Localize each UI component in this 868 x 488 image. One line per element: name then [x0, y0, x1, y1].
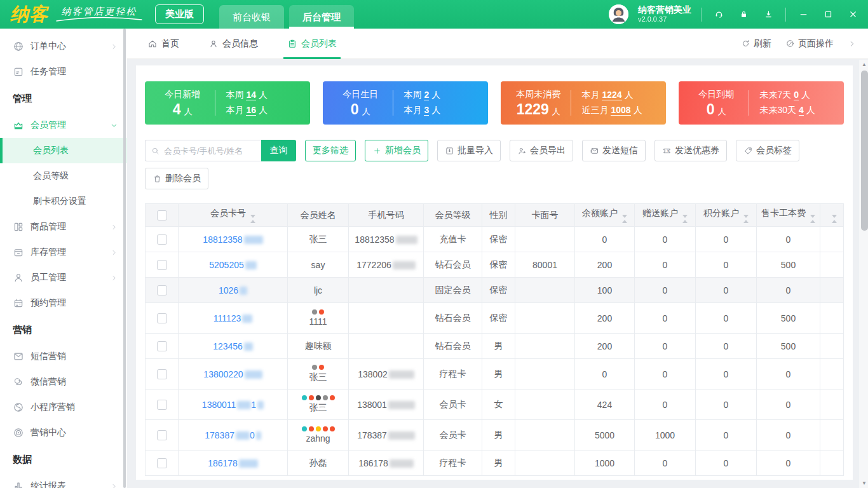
member-list-panel: 今日新增 4人 本周14人 本月16人 今日生日 0人 本周2人 本月3人 本周…	[136, 65, 853, 480]
sort-arrows-icon[interactable]	[250, 215, 255, 223]
phone-cell	[349, 334, 424, 359]
stat-line-value[interactable]: 4	[799, 105, 804, 116]
sidebar-item[interactable]: 库存管理	[0, 240, 127, 265]
stat-line-value[interactable]: 14	[246, 90, 256, 100]
member-card-link[interactable]: 123456	[213, 341, 253, 351]
phone-cell: 18812358	[349, 227, 424, 252]
column-header[interactable]: 售卡工本费	[757, 204, 820, 227]
批量导入-button[interactable]: 批量导入	[437, 140, 501, 161]
member-card-link[interactable]: 1026	[219, 285, 247, 295]
sidebar-item[interactable]: 营销中心	[0, 420, 127, 445]
sidebar-subitem[interactable]: 会员等级	[0, 163, 127, 189]
chevron-right-icon[interactable]	[848, 39, 857, 48]
sort-arrows-icon[interactable]	[743, 215, 749, 223]
新增会员-button[interactable]: 新增会员	[365, 140, 428, 161]
stat-line-value[interactable]: 3	[424, 105, 429, 116]
top-nav-tab[interactable]: 后台管理	[289, 5, 354, 29]
sidebar-item[interactable]: 统计报表	[0, 473, 127, 488]
row-checkbox[interactable]	[157, 369, 167, 379]
sidebar-item[interactable]: 订单中心	[0, 34, 127, 59]
page-ops-button[interactable]: 页面操作	[785, 38, 834, 50]
scrollbar-thumb[interactable]	[861, 71, 868, 231]
删除会员-button[interactable]: 删除会员	[145, 168, 208, 189]
extra-cell	[820, 278, 844, 303]
sidebar-item[interactable]: 商品管理	[0, 214, 127, 240]
sort-arrows-icon[interactable]	[622, 215, 627, 223]
row-checkbox[interactable]	[157, 458, 167, 468]
sort-arrows-icon[interactable]	[810, 215, 815, 223]
stat-line-value[interactable]: 2	[424, 90, 429, 100]
stat-line-value[interactable]: 16	[246, 105, 256, 116]
top-nav-tab[interactable]: 前台收银	[219, 5, 284, 29]
row-checkbox[interactable]	[157, 430, 167, 440]
refresh-icon	[741, 39, 750, 48]
sidebar-scrollbar[interactable]	[123, 29, 126, 488]
stat-line-value[interactable]: 0	[794, 90, 799, 100]
sidebar: 订单中心任务管理管理会员管理会员列表会员等级刷卡积分设置商品管理库存管理员工管理…	[0, 29, 127, 488]
support-button[interactable]	[711, 7, 726, 22]
points-cell: 0	[696, 252, 757, 278]
edition-button[interactable]: 美业版	[155, 4, 204, 24]
sidebar-item[interactable]: 预约管理	[0, 290, 127, 316]
sidebar-item[interactable]: 短信营销	[0, 344, 127, 369]
row-checkbox[interactable]	[157, 260, 167, 270]
sidebar-item[interactable]: 任务管理	[0, 59, 127, 85]
avatar[interactable]	[609, 4, 628, 24]
stat-line-value[interactable]: 1224	[602, 90, 621, 100]
minimize-button[interactable]	[796, 7, 811, 22]
sidebar-subitem[interactable]: 刷卡积分设置	[0, 189, 127, 214]
row-checkbox[interactable]	[157, 285, 167, 295]
main-area: 首页会员信息会员列表 刷新 页面操作 今日新增 4人	[127, 29, 868, 488]
会员标签-button[interactable]: 会员标签	[736, 140, 799, 161]
page-tab[interactable]: 会员列表	[287, 29, 337, 59]
member-card-link[interactable]: 13800111	[202, 400, 264, 410]
member-card-link[interactable]: 186178	[208, 458, 258, 468]
member-tags	[288, 395, 348, 400]
points-cell: 0	[696, 227, 757, 252]
maximize-button[interactable]	[820, 7, 836, 22]
level-cell: 钻石会员	[424, 303, 482, 334]
row-checkbox[interactable]	[157, 313, 167, 323]
sort-arrows-icon[interactable]	[682, 215, 688, 223]
page-tab[interactable]: 首页	[147, 29, 179, 59]
column-header[interactable]: 赠送账户	[635, 204, 696, 227]
member-card-link[interactable]: 1783870	[205, 430, 261, 440]
row-checkbox[interactable]	[157, 234, 167, 245]
download-button[interactable]	[761, 7, 776, 22]
select-all-checkbox[interactable]	[157, 210, 167, 220]
search-button[interactable]: 查询	[261, 140, 296, 161]
sidebar-item[interactable]: 微信营销	[0, 369, 127, 395]
member-card-link[interactable]: 111123	[214, 313, 253, 323]
column-header[interactable]: 会员卡号	[179, 204, 288, 227]
sidebar-subitem[interactable]: 会员列表	[0, 138, 127, 163]
page-tab[interactable]: 会员信息	[208, 29, 258, 59]
member-card-link[interactable]: 13800220	[203, 369, 262, 379]
row-checkbox[interactable]	[157, 400, 167, 410]
scroll-up-arrow[interactable]: ▲	[859, 60, 868, 69]
member-card-link[interactable]: 18812358	[203, 234, 262, 245]
column-header[interactable]	[820, 204, 844, 227]
发送短信-button[interactable]: 发送短信	[582, 140, 646, 161]
row-checkbox[interactable]	[157, 341, 167, 351]
search-box	[145, 140, 261, 161]
会员导出-button[interactable]: 会员导出	[510, 140, 573, 161]
search-input[interactable]	[164, 146, 256, 156]
stat-value: 4人	[173, 102, 193, 117]
close-button[interactable]	[845, 7, 860, 22]
stat-line-value[interactable]: 1008	[611, 105, 630, 116]
table-row: 1026 ljc 固定会员 保密 100 0 0 0	[146, 278, 844, 303]
column-header[interactable]: 积分账户	[696, 204, 757, 227]
lock-button[interactable]	[736, 7, 751, 22]
发送优惠券-button[interactable]: ¥发送优惠券	[654, 140, 727, 161]
sidebar-item[interactable]: 小程序营销	[0, 395, 127, 420]
member-card-link[interactable]: 5205205	[209, 260, 257, 270]
sidebar-item-label: 员工管理	[31, 272, 66, 283]
更多筛选-button[interactable]: 更多筛选	[305, 140, 356, 161]
sort-arrows-icon[interactable]	[832, 215, 837, 223]
column-header[interactable]: 余额账户	[575, 204, 635, 227]
scroll-down-arrow[interactable]: ▼	[859, 478, 868, 488]
main-scrollbar[interactable]: ▲ ▼	[859, 60, 868, 488]
refresh-button[interactable]: 刷新	[741, 38, 771, 50]
sidebar-item[interactable]: 员工管理	[0, 265, 127, 290]
sidebar-item[interactable]: 会员管理	[0, 112, 127, 138]
